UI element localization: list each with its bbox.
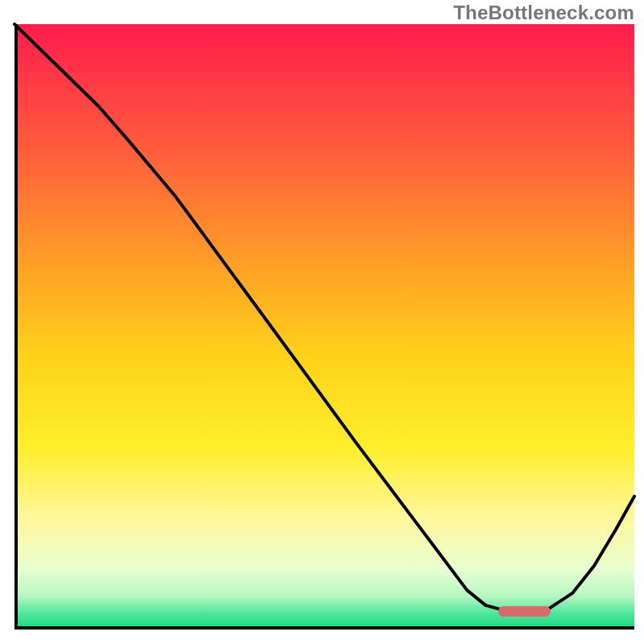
watermark-text: TheBottleneck.com <box>453 2 634 24</box>
plot-svg <box>14 24 634 630</box>
plot-area <box>14 24 634 630</box>
y-axis <box>14 24 18 630</box>
chart-viewport: TheBottleneck.com <box>0 0 644 644</box>
x-axis <box>14 626 634 630</box>
optimal-range-marker <box>498 606 551 617</box>
